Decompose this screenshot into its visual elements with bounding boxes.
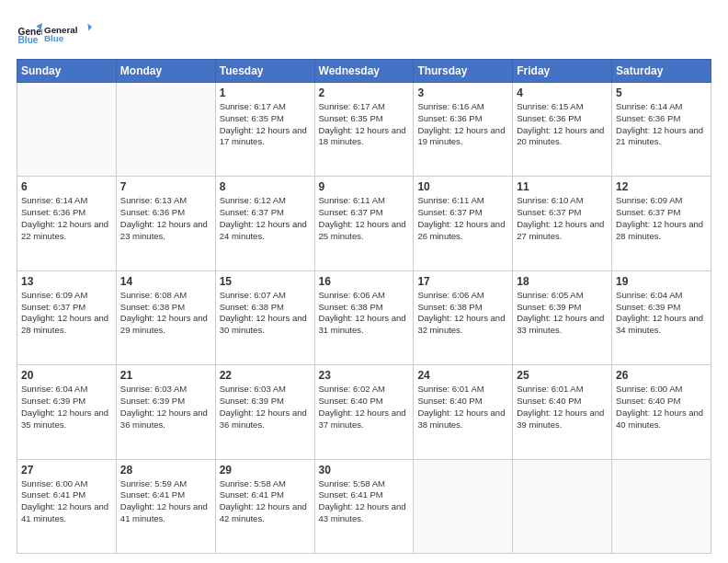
day-info: Sunset: 6:35 PM [319, 113, 410, 125]
day-info: Sunrise: 6:17 AM [220, 101, 311, 113]
weekday-header-saturday: Saturday [612, 60, 711, 83]
day-info: Sunrise: 5:58 AM [319, 478, 410, 490]
calendar-cell: 4Sunrise: 6:15 AMSunset: 6:36 PMDaylight… [513, 83, 612, 177]
day-info: Daylight: 12 hours and 23 minutes. [120, 219, 211, 243]
day-info: Daylight: 12 hours and 38 minutes. [417, 408, 508, 431]
day-info: Sunset: 6:37 PM [319, 207, 410, 219]
day-info: Sunset: 6:39 PM [220, 396, 311, 408]
weekday-header-thursday: Thursday [414, 60, 513, 83]
day-info: Sunrise: 5:58 AM [220, 478, 311, 490]
calendar-cell: 12Sunrise: 6:09 AMSunset: 6:37 PMDayligh… [612, 177, 711, 270]
day-number: 24 [417, 369, 508, 382]
calendar-cell: 2Sunrise: 6:17 AMSunset: 6:35 PMDaylight… [314, 83, 414, 177]
day-info: Daylight: 12 hours and 28 minutes. [21, 313, 112, 337]
day-info: Daylight: 12 hours and 24 minutes. [220, 219, 311, 243]
day-number: 27 [21, 464, 112, 477]
day-number: 4 [517, 86, 608, 99]
day-info: Sunset: 6:38 PM [120, 302, 211, 314]
day-info: Sunset: 6:36 PM [417, 113, 508, 125]
calendar-cell: 22Sunrise: 6:03 AMSunset: 6:39 PMDayligh… [215, 365, 314, 459]
weekday-header-monday: Monday [116, 60, 215, 83]
day-info: Daylight: 12 hours and 41 minutes. [21, 501, 112, 525]
day-info: Sunset: 6:36 PM [517, 113, 608, 125]
day-info: Daylight: 12 hours and 42 minutes. [220, 501, 311, 525]
day-info: Sunrise: 6:04 AM [21, 384, 112, 396]
day-info: Sunrise: 6:04 AM [616, 290, 707, 302]
day-info: Sunset: 6:40 PM [616, 396, 707, 408]
day-number: 1 [220, 86, 311, 99]
day-info: Sunrise: 6:13 AM [120, 195, 211, 207]
day-info: Daylight: 12 hours and 33 minutes. [517, 313, 608, 337]
day-number: 5 [616, 86, 707, 99]
calendar-cell: 15Sunrise: 6:07 AMSunset: 6:38 PMDayligh… [215, 270, 314, 364]
day-info: Sunrise: 6:01 AM [417, 384, 508, 396]
calendar-cell: 1Sunrise: 6:17 AMSunset: 6:35 PMDaylight… [215, 83, 314, 177]
day-number: 23 [319, 369, 410, 382]
day-info: Sunrise: 6:00 AM [21, 478, 112, 490]
day-number: 2 [319, 86, 410, 99]
day-number: 14 [120, 275, 211, 288]
day-info: Sunrise: 6:01 AM [517, 384, 608, 396]
calendar-cell: 14Sunrise: 6:08 AMSunset: 6:38 PMDayligh… [116, 270, 215, 364]
header: General Blue General Blue [17, 17, 711, 50]
day-info: Daylight: 12 hours and 31 minutes. [319, 313, 410, 337]
calendar-cell: 3Sunrise: 6:16 AMSunset: 6:36 PMDaylight… [414, 83, 513, 177]
day-info: Sunset: 6:41 PM [120, 489, 211, 501]
day-info: Sunset: 6:41 PM [319, 489, 410, 501]
day-info: Sunset: 6:38 PM [220, 302, 311, 314]
day-info: Daylight: 12 hours and 40 minutes. [616, 408, 707, 431]
weekday-header-sunday: Sunday [17, 60, 117, 83]
day-info: Sunrise: 6:08 AM [120, 290, 211, 302]
day-info: Sunrise: 6:02 AM [319, 384, 410, 396]
calendar-cell [612, 459, 711, 553]
day-info: Daylight: 12 hours and 17 minutes. [220, 125, 311, 149]
day-info: Sunset: 6:40 PM [517, 396, 608, 408]
day-info: Daylight: 12 hours and 20 minutes. [517, 125, 608, 149]
day-info: Sunrise: 6:09 AM [21, 290, 112, 302]
weekday-header-row: SundayMondayTuesdayWednesdayThursdayFrid… [17, 60, 711, 83]
day-info: Sunrise: 6:03 AM [220, 384, 311, 396]
logo-svg: General Blue [44, 17, 92, 50]
day-number: 29 [220, 464, 311, 477]
day-info: Sunrise: 6:14 AM [21, 195, 112, 207]
day-info: Sunset: 6:37 PM [417, 207, 508, 219]
day-number: 28 [120, 464, 211, 477]
day-info: Sunset: 6:41 PM [21, 489, 112, 501]
day-info: Sunrise: 6:11 AM [417, 195, 508, 207]
calendar-cell: 30Sunrise: 5:58 AMSunset: 6:41 PMDayligh… [314, 459, 414, 553]
calendar-cell: 29Sunrise: 5:58 AMSunset: 6:41 PMDayligh… [215, 459, 314, 553]
day-info: Daylight: 12 hours and 19 minutes. [417, 125, 508, 149]
day-number: 8 [220, 180, 311, 193]
day-info: Daylight: 12 hours and 36 minutes. [120, 408, 211, 431]
day-info: Sunset: 6:40 PM [417, 396, 508, 408]
calendar-cell: 26Sunrise: 6:00 AMSunset: 6:40 PMDayligh… [612, 365, 711, 459]
day-info: Sunrise: 6:05 AM [517, 290, 608, 302]
day-number: 18 [517, 275, 608, 288]
calendar-cell: 17Sunrise: 6:06 AMSunset: 6:38 PMDayligh… [414, 270, 513, 364]
day-number: 3 [417, 86, 508, 99]
day-info: Sunset: 6:38 PM [417, 302, 508, 314]
calendar-table: SundayMondayTuesdayWednesdayThursdayFrid… [17, 59, 711, 554]
day-info: Daylight: 12 hours and 41 minutes. [120, 501, 211, 525]
day-info: Sunrise: 6:11 AM [319, 195, 410, 207]
day-number: 9 [319, 180, 410, 193]
day-info: Sunset: 6:36 PM [120, 207, 211, 219]
calendar-week-2: 6Sunrise: 6:14 AMSunset: 6:36 PMDaylight… [17, 177, 711, 270]
day-number: 17 [417, 275, 508, 288]
calendar-cell: 21Sunrise: 6:03 AMSunset: 6:39 PMDayligh… [116, 365, 215, 459]
day-info: Daylight: 12 hours and 26 minutes. [417, 219, 508, 243]
calendar-cell [116, 83, 215, 177]
day-info: Sunset: 6:35 PM [220, 113, 311, 125]
logo: General Blue General Blue [17, 17, 92, 50]
day-number: 12 [616, 180, 707, 193]
calendar-cell: 23Sunrise: 6:02 AMSunset: 6:40 PMDayligh… [314, 365, 414, 459]
weekday-header-tuesday: Tuesday [215, 60, 314, 83]
day-number: 30 [319, 464, 410, 477]
day-number: 25 [517, 369, 608, 382]
day-info: Sunset: 6:40 PM [319, 396, 410, 408]
day-info: Daylight: 12 hours and 39 minutes. [517, 408, 608, 431]
day-number: 21 [120, 369, 211, 382]
day-info: Sunrise: 6:06 AM [319, 290, 410, 302]
day-info: Daylight: 12 hours and 18 minutes. [319, 125, 410, 149]
page: General Blue General Blue Sunda [0, 0, 728, 563]
